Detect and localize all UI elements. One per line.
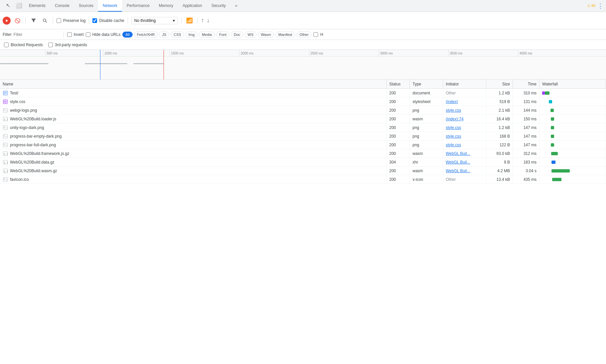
invert-label[interactable]: Invert — [67, 32, 84, 37]
ruler-mark-3000-ms: 3000 ms — [379, 50, 393, 57]
filter-button[interactable] — [29, 16, 38, 25]
initiator-link-1[interactable]: (index) — [446, 99, 458, 104]
svg-point-10 — [4, 109, 5, 110]
initiator-cell-7[interactable]: WebGL Buil... — [443, 149, 486, 158]
search-button[interactable] — [40, 16, 50, 25]
tab-memory[interactable]: Memory — [154, 0, 178, 12]
filter-chip-other[interactable]: Other — [297, 32, 312, 38]
timeline-body — [0, 57, 606, 80]
filter-chip-ws[interactable]: WS — [245, 32, 257, 38]
filter-chip-css[interactable]: CSS — [171, 32, 184, 38]
tab-sources[interactable]: Sources — [74, 0, 98, 12]
tab-elements[interactable]: Elements — [24, 0, 50, 12]
filter-icon — [31, 18, 36, 23]
clear-button[interactable]: 🚫 — [13, 16, 22, 25]
filter-chip-doc[interactable]: Doc — [231, 32, 243, 38]
svg-rect-9 — [3, 108, 7, 112]
initiator-link-5[interactable]: style.css — [446, 134, 461, 139]
table-row[interactable]: { } WebGL%20Build.framework.js.gz 200was… — [0, 149, 606, 158]
size-cell-5: 168 B — [486, 132, 513, 141]
table-row[interactable]: style.css 200stylesheet(index)519 B131 m… — [0, 97, 606, 106]
table-row[interactable]: unity-logo-dark.png 200pngstyle.css1.2 k… — [0, 123, 606, 132]
wifi-icon-button[interactable]: 📶 — [185, 16, 194, 25]
initiator-link-7[interactable]: WebGL Buil... — [446, 151, 470, 156]
col-header-waterfall[interactable]: Waterfall — [540, 80, 606, 89]
filter-chip-font[interactable]: Font — [216, 32, 229, 38]
initiator-link-3[interactable]: (index):74 — [446, 117, 463, 121]
table-row[interactable]: { } WebGL%20Build.data.gz 304xhrWebGL Bu… — [0, 158, 606, 167]
filter-chip-fetch/xhr[interactable]: Fetch/XHR — [134, 32, 158, 38]
tab-icon-inspect[interactable]: ⬜ — [14, 0, 24, 12]
blocked-requests-checkbox[interactable] — [4, 43, 9, 47]
third-party-label[interactable]: 3rd-party requests — [48, 43, 87, 47]
more-filter-label[interactable]: H — [313, 32, 323, 37]
initiator-cell-6[interactable]: style.css — [443, 141, 486, 149]
initiator-cell-3[interactable]: (index):74 — [443, 115, 486, 123]
initiator-link-9[interactable]: WebGL Buil... — [446, 169, 470, 173]
table-row[interactable]: progress-bar-empty-dark.png 200pngstyle.… — [0, 132, 606, 141]
svg-rect-13 — [3, 126, 7, 130]
filter-chip-wasm[interactable]: Wasm — [258, 32, 274, 38]
table-row[interactable]: { } WebGL%20Build.wasm.gz 200wasmWebGL B… — [0, 167, 606, 175]
more-filter-checkbox[interactable] — [313, 32, 318, 37]
svg-text:{ }: { } — [4, 162, 8, 164]
download-icon[interactable]: ↓ — [207, 17, 210, 24]
tab-more[interactable]: » — [230, 0, 242, 12]
initiator-link-6[interactable]: style.css — [446, 143, 461, 147]
file-icon-4 — [3, 125, 8, 130]
initiator-cell-4[interactable]: style.css — [443, 123, 486, 132]
filter-chip-js[interactable]: JS — [159, 32, 169, 38]
filter-chip-img[interactable]: Img — [185, 32, 197, 38]
status-cell-9: 200 — [387, 167, 410, 175]
tab-performance[interactable]: Performance — [122, 0, 154, 12]
col-header-name[interactable]: Name — [0, 80, 387, 89]
hide-data-urls-label[interactable]: Hide data URLs — [86, 32, 121, 37]
col-header-status[interactable]: Status — [387, 80, 410, 89]
initiator-link-2[interactable]: style.css — [446, 108, 461, 113]
table-row[interactable]: progress-bar-full-dark.png 200pngstyle.c… — [0, 141, 606, 149]
tab-application[interactable]: Application — [178, 0, 207, 12]
third-party-checkbox[interactable] — [48, 43, 53, 47]
filter-chip-manifest[interactable]: Manifest — [275, 32, 295, 38]
initiator-link-4[interactable]: style.css — [446, 125, 461, 130]
preserve-log-label[interactable]: Preserve log — [57, 18, 85, 23]
initiator-cell-2[interactable]: style.css — [443, 106, 486, 115]
filter-chip-all[interactable]: All — [122, 32, 132, 38]
filter-chip-media[interactable]: Media — [199, 32, 215, 38]
initiator-cell-10: Other — [443, 175, 486, 184]
initiator-cell-8[interactable]: WebGL Buil... — [443, 158, 486, 167]
col-header-type[interactable]: Type — [410, 80, 443, 89]
record-button[interactable]: ● — [3, 17, 11, 25]
table-wrapper[interactable]: Name Status Type Initiator Size Time Wat… — [0, 80, 606, 184]
file-icon-2 — [3, 108, 8, 113]
disable-cache-label[interactable]: Disable cache — [92, 18, 124, 23]
upload-icon[interactable]: ↑ — [201, 17, 204, 24]
table-row[interactable]: { } WebGL%20Build.loader.js 200wasm(inde… — [0, 115, 606, 123]
toolbar: ● 🚫 Preserve log Disable cache No thrott… — [0, 12, 606, 29]
initiator-cell-5[interactable]: style.css — [443, 132, 486, 141]
initiator-cell-1[interactable]: (index) — [443, 97, 486, 106]
table-row[interactable]: webgl-logo.png 200pngstyle.css2.1 kB144 … — [0, 106, 606, 115]
initiator-link-8[interactable]: WebGL Buil... — [446, 160, 470, 165]
disable-cache-checkbox[interactable] — [92, 18, 97, 23]
blocked-requests-label[interactable]: Blocked Requests — [4, 43, 43, 47]
hide-data-urls-checkbox[interactable] — [86, 32, 90, 37]
tab-security[interactable]: Security — [207, 0, 230, 12]
devtools-menu-icon[interactable]: ⋮ — [597, 2, 603, 10]
table-row[interactable]: favicon.ico 200x-iconOther13.4 kB435 ms — [0, 175, 606, 184]
col-header-initiator[interactable]: Initiator — [443, 80, 486, 89]
tab-network[interactable]: Network — [98, 0, 122, 12]
table-row[interactable]: Test/ 200documentOther1.2 kB310 ms — [0, 89, 606, 97]
tab-icon-cursor[interactable]: ↖ — [3, 0, 14, 12]
more-filter-text: H — [320, 32, 323, 37]
col-header-size[interactable]: Size — [486, 80, 513, 89]
invert-text: Invert — [74, 32, 84, 37]
initiator-cell-9[interactable]: WebGL Buil... — [443, 167, 486, 175]
timeline-container: 500 ms1000 ms1500 ms2000 ms2500 ms3000 m… — [0, 50, 606, 80]
tab-console[interactable]: Console — [50, 0, 74, 12]
throttle-select[interactable]: No throttling ▾ — [131, 17, 178, 24]
invert-checkbox[interactable] — [67, 32, 72, 37]
col-header-time[interactable]: Time — [513, 80, 540, 89]
preserve-log-checkbox[interactable] — [57, 18, 61, 23]
filter-input[interactable] — [14, 32, 60, 37]
